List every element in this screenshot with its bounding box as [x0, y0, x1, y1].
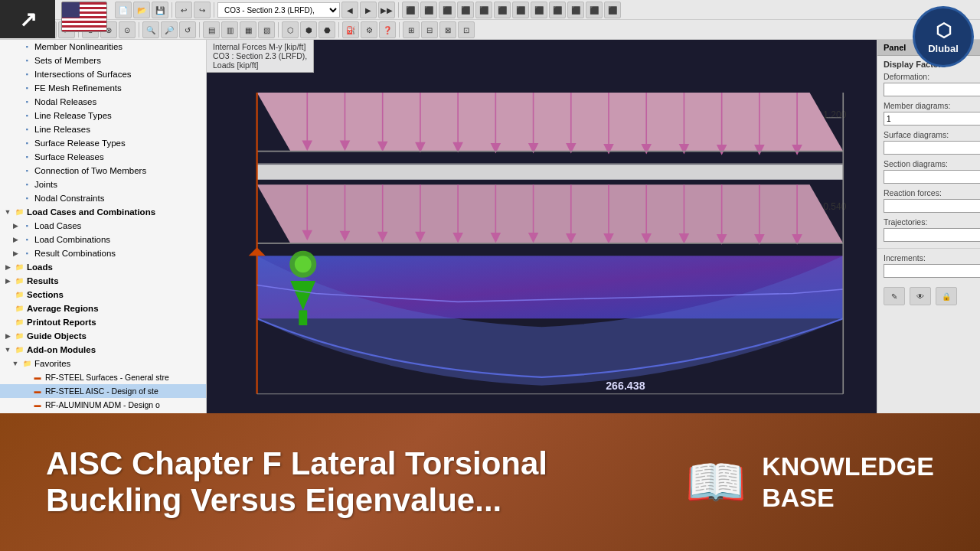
- sidebar-item-nodal-constraints[interactable]: ▪ Nodal Constraints: [0, 191, 206, 205]
- tb-r2-8[interactable]: 🔍: [142, 21, 159, 38]
- sidebar-item-favorites[interactable]: ▼ 📁 Favorites: [0, 357, 206, 370]
- increments-input[interactable]: [884, 264, 980, 278]
- tb-r2-10[interactable]: ↺: [179, 21, 196, 38]
- tb10[interactable]: ⬛: [567, 2, 584, 18]
- surface-diagrams-input[interactable]: [884, 141, 980, 155]
- tb8[interactable]: ⬛: [531, 2, 547, 18]
- language-flag[interactable]: [61, 2, 107, 32]
- sidebar-item-addon[interactable]: ▼ 📁 Add-on Modules: [0, 343, 206, 357]
- sidebar-label: Load Combinations: [34, 235, 110, 244]
- sidebar-item-intersections[interactable]: ▪ Intersections of Surfaces: [0, 67, 206, 81]
- panel-lock-icon[interactable]: 🔒: [936, 287, 957, 305]
- sidebar-item-rf-steel-surfaces[interactable]: ▬ RF-STEEL Surfaces - General stre: [0, 370, 206, 384]
- banner-title-line2: Buckling Versus Eigenvalue...: [46, 482, 501, 518]
- reaction-forces-label: Reaction forces:: [884, 188, 974, 197]
- case-selector[interactable]: CO3 - Section 2.3 (LRFD),: [217, 2, 340, 18]
- tb12[interactable]: ⬛: [604, 2, 621, 18]
- svg-rect-34: [257, 165, 844, 180]
- svg-text:266.438: 266.438: [606, 380, 645, 392]
- sidebar-item-load-cases[interactable]: ▶ ▪ Load Cases: [0, 219, 206, 233]
- tb3[interactable]: ⬛: [439, 2, 456, 18]
- toolbar-row2: ↕ ↔ ⬚ ↗ ⊕ ⊗ ⊙ 🔍 🔎 ↺ ▤ ▥ ▦ ▧ ⬡ ⬢ ⬣ ⛽ ⚙ ❓ …: [0, 20, 980, 40]
- sidebar-item-joints[interactable]: ▪ Joints: [0, 178, 206, 191]
- panel-view-icon[interactable]: 👁: [910, 287, 931, 305]
- sidebar-item-sets-of-members[interactable]: ▪ Sets of Members: [0, 54, 206, 67]
- toolbar-run[interactable]: ▶▶: [378, 2, 395, 18]
- panel-section-diagrams-row: Section diagrams: ▲ ▼: [877, 158, 980, 187]
- sidebar-label: Nodal Constraints: [34, 194, 104, 203]
- deformation-input[interactable]: [884, 83, 980, 96]
- sidebar-item-surface-release-types[interactable]: ▪ Surface Release Types: [0, 136, 206, 150]
- viewport[interactable]: Internal Forces M-y [kip/ft] CO3 : Secti…: [207, 40, 877, 413]
- tb9[interactable]: ⬛: [549, 2, 566, 18]
- toolbar-save[interactable]: 💾: [152, 2, 168, 18]
- tb-r2-14[interactable]: ▧: [258, 21, 275, 38]
- tb-r2-17[interactable]: ⬣: [318, 21, 335, 38]
- reaction-forces-input[interactable]: [884, 199, 980, 213]
- tb-r2-9[interactable]: 🔎: [161, 21, 178, 38]
- sidebar-item-sections[interactable]: 📁 Sections: [0, 288, 206, 302]
- tb4[interactable]: ⬛: [457, 2, 474, 18]
- sidebar-label: Load Cases: [34, 221, 81, 230]
- member-diagrams-label: Member diagrams:: [884, 101, 974, 110]
- section-diagrams-input-row: ▲ ▼: [884, 170, 974, 184]
- toolbar-open[interactable]: 📂: [133, 2, 150, 18]
- tb-r2-13[interactable]: ▦: [240, 21, 256, 38]
- tb7[interactable]: ⬛: [512, 2, 529, 18]
- member-diagrams-input[interactable]: [884, 112, 980, 126]
- tb-r2-11[interactable]: ▤: [203, 21, 220, 38]
- sidebar-item-line-releases[interactable]: ▪ Line Releases: [0, 122, 206, 136]
- sidebar-item-load-cases-combinations[interactable]: ▼ 📁 Load Cases and Combinations: [0, 205, 206, 219]
- sidebar-item-average-regions[interactable]: 📁 Average Regions: [0, 302, 206, 315]
- app-logo-corner[interactable]: ↗: [0, 0, 55, 38]
- sidebar-label: Surface Release Types: [34, 139, 126, 148]
- item-icon: ▪: [21, 110, 32, 121]
- tb11[interactable]: ⬛: [586, 2, 603, 18]
- sidebar-item-guide-objects[interactable]: ▶ 📁 Guide Objects: [0, 329, 206, 343]
- tb-r2-18[interactable]: ⛽: [342, 21, 359, 38]
- tb1[interactable]: ⬛: [402, 2, 419, 18]
- toolbar-undo[interactable]: ↩: [175, 2, 192, 18]
- tb-r2-20[interactable]: ❓: [379, 21, 396, 38]
- expand-icon: [11, 111, 20, 120]
- tb-r2-12[interactable]: ▥: [221, 21, 238, 38]
- sidebar-item-results[interactable]: ▶ 📁 Results: [0, 274, 206, 288]
- tb-r2-15[interactable]: ⬡: [282, 21, 299, 38]
- sidebar-item-result-combinations[interactable]: ▶ ▪ Result Combinations: [0, 246, 206, 260]
- sidebar-item-loads[interactable]: ▶ 📁 Loads: [0, 260, 206, 274]
- sidebar-item-surface-releases[interactable]: ▪ Surface Releases: [0, 150, 206, 164]
- tb-r2-19[interactable]: ⚙: [361, 21, 377, 38]
- tb-r2-24[interactable]: ⊡: [458, 21, 475, 38]
- sep-r2-2: [139, 22, 139, 37]
- tb6[interactable]: ⬛: [494, 2, 511, 18]
- tb5[interactable]: ⬛: [475, 2, 492, 18]
- sidebar-item-member-nonlinearities[interactable]: ▪ Member Nonlinearities: [0, 40, 206, 54]
- toolbar-next[interactable]: ▶: [360, 2, 377, 18]
- sidebar-item-connection-two-members[interactable]: ▪ Connection of Two Members: [0, 164, 206, 178]
- sidebar-item-nodal-releases[interactable]: ▪ Nodal Releases: [0, 95, 206, 109]
- sidebar-item-printout[interactable]: 📁 Printout Reports: [0, 315, 206, 329]
- section-diagrams-input[interactable]: [884, 170, 980, 184]
- tb-r2-22[interactable]: ⊟: [421, 21, 438, 38]
- sidebar-item-rf-steel-aisc[interactable]: ▬ RF-STEEL AISC - Design of ste: [0, 384, 206, 398]
- tb2[interactable]: ⬛: [420, 2, 437, 18]
- tb-r2-21[interactable]: ⊞: [403, 21, 420, 38]
- expand-icon-aisc: [21, 386, 31, 396]
- folder-icon-print: 📁: [14, 317, 24, 328]
- sep1: [172, 2, 172, 18]
- toolbar-redo[interactable]: ↪: [194, 2, 211, 18]
- module-icon-alum: ▬: [32, 399, 43, 410]
- tb-r2-16[interactable]: ⬢: [300, 21, 317, 38]
- panel-edit-icon[interactable]: ✎: [884, 287, 905, 305]
- tb-r2-23[interactable]: ⊠: [439, 21, 456, 38]
- toolbar-new[interactable]: 📄: [115, 2, 132, 18]
- sidebar-item-load-combinations[interactable]: ▶ ▪ Load Combinations: [0, 233, 206, 246]
- tb-r2-7[interactable]: ⊙: [119, 21, 136, 38]
- item-icon: ▪: [21, 41, 32, 52]
- sidebar-item-line-release-types[interactable]: ▪ Line Release Types: [0, 109, 206, 122]
- sidebar-item-fe-mesh[interactable]: ▪ FE Mesh Refinements: [0, 81, 206, 95]
- toolbar-prev[interactable]: ◀: [341, 2, 358, 18]
- toolbar-row1: 📄 📂 💾 ↩ ↪ CO3 - Section 2.3 (LRFD), ◀ ▶ …: [0, 0, 980, 20]
- trajectories-input[interactable]: [884, 228, 980, 242]
- sidebar-item-rf-aluminum[interactable]: ▬ RF-ALUMINUM ADM - Design o: [0, 398, 206, 412]
